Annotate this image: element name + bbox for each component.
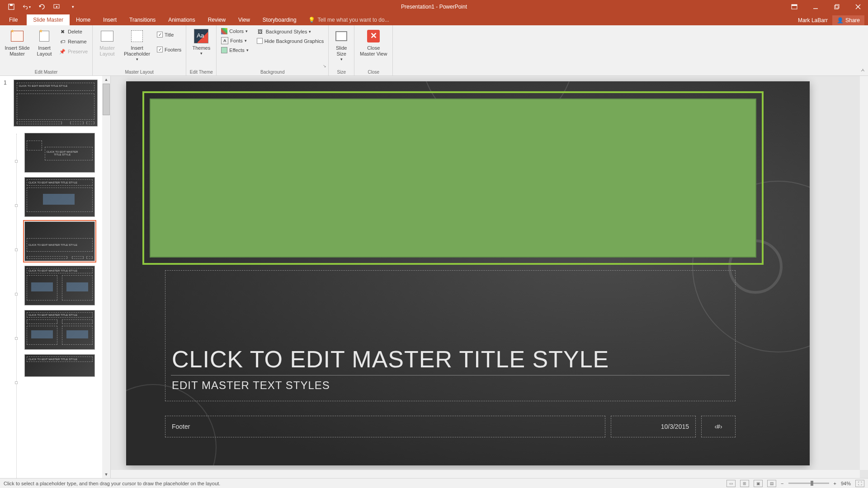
tab-view[interactable]: View (232, 14, 256, 25)
master-number: 1 (4, 80, 11, 86)
slide-canvas[interactable]: CLICK TO EDIT MASTER TITLE STYLE EDIT MA… (126, 81, 810, 465)
layout-thumbnail-selected[interactable]: CLICK TO EDIT MASTER TITLE STYLE (24, 221, 95, 261)
layout-thumbnail[interactable]: CLICK TO EDIT MASTER TITLE STYLE (24, 266, 95, 305)
slideshow-view-icon[interactable]: ▤ (767, 480, 776, 487)
footer-placeholder[interactable]: Footer (165, 416, 605, 437)
delete-button[interactable]: ✖Delete (57, 27, 90, 36)
ribbon-display-icon[interactable] (784, 0, 804, 14)
scroll-down-icon[interactable]: ▼ (103, 471, 110, 478)
editor-horizontal-scrollbar[interactable] (111, 470, 860, 478)
tab-review[interactable]: Review (202, 14, 232, 25)
tab-storyboarding[interactable]: Storyboarding (256, 14, 303, 25)
preserve-icon: 📌 (59, 48, 66, 55)
subtitle-text: EDIT MASTER TEXT STYLES (172, 379, 330, 392)
tab-home[interactable]: Home (70, 14, 97, 25)
tell-me-search[interactable]: 💡 Tell me what you want to do... (303, 14, 395, 25)
date-placeholder[interactable]: 10/3/2015 (611, 416, 696, 437)
slide-master-thumbnail[interactable]: CLICK TO EDIT MASTER TITLE STYLE (14, 80, 98, 127)
rename-button[interactable]: 🏷Rename (57, 37, 90, 46)
background-dialog-launcher[interactable]: ↘ (323, 64, 326, 68)
redo-icon[interactable] (38, 3, 46, 11)
checkbox-icon (157, 32, 163, 38)
colors-icon (221, 28, 227, 34)
tab-insert[interactable]: Insert (97, 14, 123, 25)
zoom-level[interactable]: 94% (841, 481, 851, 486)
group-label: Close (357, 69, 390, 75)
insert-layout-button[interactable]: Insert Layout (33, 27, 55, 59)
colors-button[interactable]: Colors▾ (219, 27, 250, 35)
editor-vertical-scrollbar[interactable] (860, 76, 868, 470)
group-master-layout: Master Layout Insert Placeholder▾ Title … (93, 25, 186, 75)
layout-thumbnail[interactable]: CLICK TO EDIT MASTER TITLE STYLE (24, 310, 95, 350)
themes-button[interactable]: Themes▾ (189, 27, 213, 58)
tab-animations[interactable]: Animations (162, 14, 201, 25)
save-icon[interactable] (7, 3, 15, 11)
close-master-view-button[interactable]: ✕ Close Master View (357, 27, 390, 59)
ribbon-tabs: File Slide Master Home Insert Transition… (0, 14, 868, 25)
scroll-up-icon[interactable]: ▲ (103, 76, 110, 83)
insert-placeholder-button[interactable]: Insert Placeholder▾ (121, 27, 153, 64)
footer-text: Footer (172, 423, 190, 430)
close-icon[interactable] (848, 0, 868, 14)
fonts-button[interactable]: AFonts▾ (219, 36, 250, 45)
group-edit-theme: Themes▾ Edit Theme (186, 25, 217, 75)
zoom-out-icon[interactable]: − (781, 481, 783, 486)
minimize-icon[interactable] (805, 0, 826, 14)
slide-number-text: ‹#› (714, 423, 722, 430)
reading-view-icon[interactable]: ▣ (754, 480, 763, 487)
zoom-slider[interactable] (788, 483, 829, 484)
title-placeholder[interactable]: CLICK TO EDIT MASTER TITLE STYLE EDIT MA… (165, 270, 736, 401)
svg-rect-7 (835, 5, 839, 8)
checkbox-icon (157, 47, 163, 52)
footers-checkbox[interactable]: Footers (155, 46, 183, 53)
placeholder-icon (131, 30, 143, 42)
slide-sorter-view-icon[interactable]: ⊞ (740, 480, 749, 487)
delete-icon: ✖ (59, 28, 66, 35)
layout-thumbnail[interactable]: CLICK TO EDIT MASTER TITLE STYLE (24, 177, 95, 217)
zoom-in-icon[interactable]: + (834, 481, 836, 486)
tab-transitions[interactable]: Transitions (123, 14, 162, 25)
green-shape-selection[interactable] (142, 91, 764, 265)
master-layout-button: Master Layout (95, 27, 119, 59)
normal-view-icon[interactable]: ▭ (726, 480, 736, 487)
slide-size-button[interactable]: Slide Size▾ (331, 27, 351, 64)
title-checkbox[interactable]: Title (155, 31, 183, 38)
account-name[interactable]: Mark LaBarr (798, 17, 828, 23)
tab-file[interactable]: File (0, 14, 27, 25)
group-label: Edit Master (3, 69, 90, 75)
hide-bg-checkbox[interactable]: Hide Background Graphics (255, 37, 326, 45)
title-text: CLICK TO EDIT MASTER TITLE STYLE (172, 346, 609, 373)
slide-editor[interactable]: CLICK TO EDIT MASTER TITLE STYLE EDIT MA… (111, 76, 868, 478)
bg-styles-icon: 🖼 (257, 28, 264, 35)
zoom-slider-thumb[interactable] (811, 481, 813, 486)
undo-icon[interactable]: ▾ (23, 3, 31, 11)
slide-number-placeholder[interactable]: ‹#› (701, 416, 736, 437)
preserve-button[interactable]: 📌Preserve (57, 47, 90, 56)
thumbnail-scrollbar[interactable]: ▲ ▼ (102, 76, 110, 478)
green-shape[interactable] (150, 99, 756, 258)
group-label: Background (219, 69, 326, 75)
layout-thumbnail[interactable]: CLICK TO EDIT MASTER TITLE STYLE (24, 133, 95, 173)
svg-rect-4 (792, 5, 797, 6)
quick-access-toolbar: ▾ ▾ (0, 3, 77, 11)
close-master-icon: ✕ (367, 30, 380, 42)
effects-button[interactable]: Effects▾ (219, 46, 250, 54)
layout-thumbnail[interactable]: CLICK TO EDIT MASTER TITLE STYLE (24, 354, 95, 377)
tab-slide-master[interactable]: Slide Master (27, 14, 70, 25)
group-label: Size (331, 69, 351, 75)
collapse-ribbon-icon[interactable]: ㅅ (860, 67, 865, 74)
scrollbar-thumb[interactable] (103, 84, 110, 115)
svg-rect-1 (10, 4, 13, 6)
svg-rect-6 (835, 5, 838, 9)
background-styles-button[interactable]: 🖼Background Styles▾ (255, 27, 326, 36)
effects-icon (221, 47, 227, 53)
restore-icon[interactable] (826, 0, 847, 14)
insert-slide-master-icon (11, 31, 24, 42)
start-from-beginning-icon[interactable] (53, 3, 61, 11)
share-icon: 👤 (837, 17, 844, 23)
master-layout-icon (101, 31, 113, 42)
insert-slide-master-button[interactable]: Insert Slide Master (3, 27, 32, 59)
qat-customize-icon[interactable]: ▾ (69, 3, 77, 11)
fit-to-window-icon[interactable]: ⛶ (855, 480, 864, 487)
share-button[interactable]: 👤 Share (832, 15, 864, 25)
